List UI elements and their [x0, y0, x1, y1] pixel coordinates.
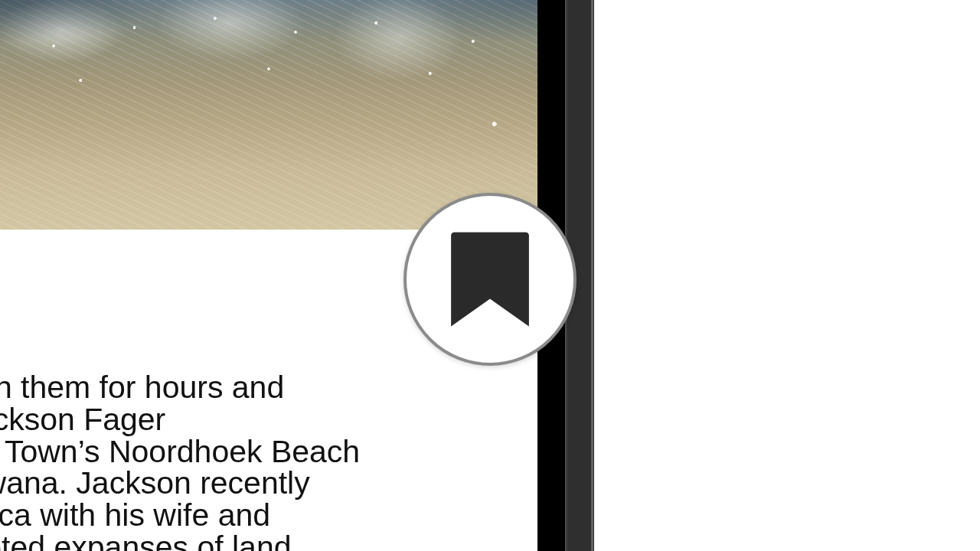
article-body-text: w the stick with them for hours and own,… [0, 372, 536, 551]
bookmark-icon [449, 230, 531, 328]
device-frame-gloss [591, 0, 593, 551]
app-viewport: w the stick with them for hours and own,… [0, 0, 980, 551]
hero-image-beach [0, 0, 537, 230]
bookmark-button[interactable] [403, 193, 577, 366]
